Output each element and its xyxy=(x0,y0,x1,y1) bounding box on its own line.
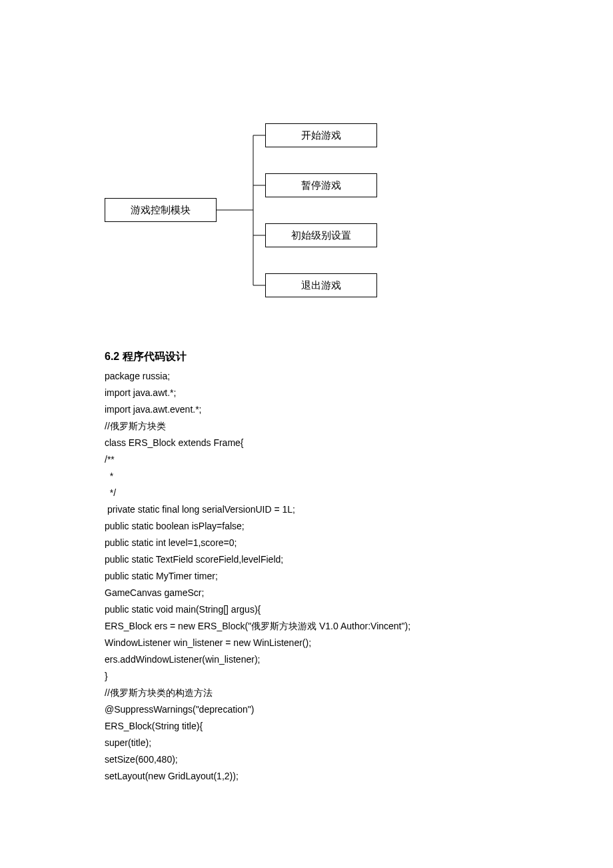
connector-lines xyxy=(0,0,613,307)
code-line: //俄罗斯方块类 xyxy=(105,418,511,435)
code-line: public static void main(String[] argus){ xyxy=(105,601,511,618)
code-line: class ERS_Block extends Frame{ xyxy=(105,435,511,451)
code-line: } xyxy=(105,668,511,685)
code-line: ERS_Block ers = new ERS_Block("俄罗斯方块游戏 V… xyxy=(105,618,511,635)
code-line: */ xyxy=(105,485,511,501)
diagram-leaf-label: 暂停游戏 xyxy=(301,179,341,192)
code-line: WindowListener win_listener = new WinLis… xyxy=(105,635,511,651)
code-line: package russia; xyxy=(105,368,511,385)
diagram-leaf-box: 初始级别设置 xyxy=(265,223,377,247)
diagram-root-label: 游戏控制模块 xyxy=(131,204,191,217)
code-line: import java.awt.event.*; xyxy=(105,401,511,418)
code-line: ers.addWindowListener(win_listener); xyxy=(105,651,511,668)
code-line: public static TextField scoreField,level… xyxy=(105,551,511,568)
code-line: @SuppressWarnings("deprecation") xyxy=(105,701,511,718)
diagram-leaf-box: 退出游戏 xyxy=(265,273,377,297)
code-line: public static MyTimer timer; xyxy=(105,568,511,585)
code-line: public static boolean isPlay=false; xyxy=(105,518,511,535)
diagram-root-box: 游戏控制模块 xyxy=(105,198,217,222)
code-line: public static int level=1,score=0; xyxy=(105,535,511,551)
code-line: setLayout(new GridLayout(1,2)); xyxy=(105,768,511,785)
code-line: import java.awt.*; xyxy=(105,385,511,401)
diagram-leaf-label: 退出游戏 xyxy=(301,279,341,292)
code-block: package russia;import java.awt.*;import … xyxy=(105,368,511,785)
code-line: //俄罗斯方块类的构造方法 xyxy=(105,685,511,701)
code-line: GameCanvas gameScr; xyxy=(105,585,511,601)
code-line: /** xyxy=(105,451,511,468)
diagram-leaf-box: 开始游戏 xyxy=(265,123,377,147)
code-line: super(title); xyxy=(105,735,511,751)
diagram-leaf-label: 开始游戏 xyxy=(301,129,341,142)
code-line: ERS_Block(String title){ xyxy=(105,718,511,735)
section-heading: 6.2 程序代码设计 xyxy=(105,350,511,364)
diagram-leaf-box: 暂停游戏 xyxy=(265,173,377,197)
code-line: private static final long serialVersionU… xyxy=(105,501,511,518)
diagram-leaf-label: 初始级别设置 xyxy=(291,229,351,242)
content-section: 6.2 程序代码设计 package russia;import java.aw… xyxy=(105,350,511,785)
hierarchy-diagram: 游戏控制模块 开始游戏 暂停游戏 初始级别设置 退出游戏 xyxy=(0,0,613,307)
code-line: * xyxy=(105,468,511,485)
code-line: setSize(600,480); xyxy=(105,751,511,768)
